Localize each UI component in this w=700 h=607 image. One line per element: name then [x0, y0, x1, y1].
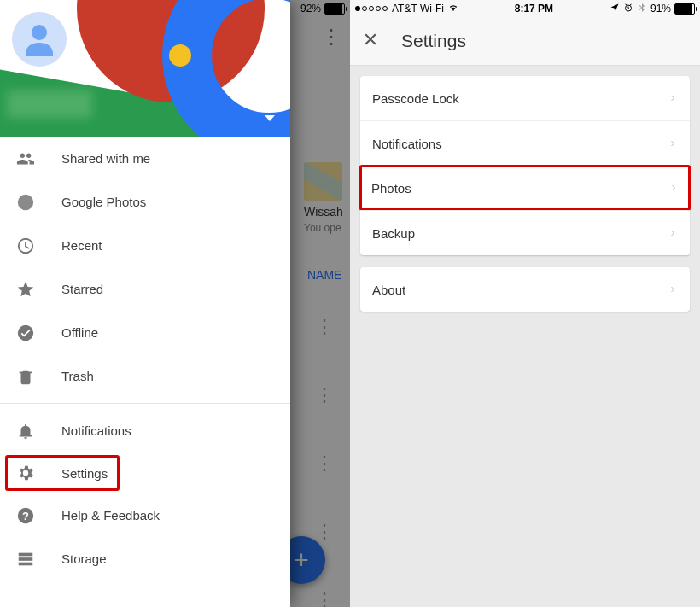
battery-pct: 91% — [650, 3, 671, 15]
drawer-item-offline[interactable]: Offline — [0, 311, 290, 354]
drawer-item-label: Notifications — [61, 423, 131, 438]
drawer-item-label: Google Photos — [61, 195, 146, 209]
drawer-item-label: Help & Feedback — [61, 508, 160, 522]
settings-group-2: About — [360, 267, 690, 312]
svg-rect-6 — [19, 562, 33, 565]
row-label: Photos — [371, 181, 411, 196]
chevron-right-icon — [668, 181, 679, 196]
row-overflow-icon[interactable]: ⋮ — [318, 314, 331, 340]
row-overflow-icon[interactable]: ⋮ — [318, 451, 331, 476]
drawer-header[interactable] — [0, 0, 290, 137]
drawer-item-help[interactable]: ? Help & Feedback — [0, 493, 290, 537]
offline-icon — [15, 323, 36, 343]
drawer-item-label: Storage — [61, 552, 107, 566]
bluetooth-icon — [637, 3, 647, 15]
chevron-right-icon — [668, 226, 678, 241]
row-overflow-icon[interactable]: ⋮ — [318, 382, 331, 408]
storage-icon — [15, 549, 36, 569]
drawer-item-settings[interactable]: Settings — [5, 455, 120, 491]
drawer-item-notifications[interactable]: Notifications — [0, 409, 290, 452]
settings-row-passcode[interactable]: Passcode Lock — [360, 76, 690, 120]
account-caret-icon[interactable] — [265, 115, 275, 121]
drawer-item-label: Starred — [61, 282, 103, 296]
svg-rect-4 — [19, 552, 33, 556]
nav-drawer: Shared with me Google Photos Recent Star… — [0, 0, 290, 607]
clock-label: 8:17 PM — [515, 3, 553, 15]
help-icon: ? — [15, 505, 36, 526]
star-icon — [15, 279, 36, 300]
drawer-item-google-photos[interactable]: Google Photos — [0, 180, 290, 224]
drawer-item-label: Trash — [61, 369, 94, 383]
settings-group-1: Passcode Lock Notifications Photos Backu… — [360, 76, 690, 255]
drawer-item-shared[interactable]: Shared with me — [0, 137, 290, 180]
divider — [0, 403, 290, 404]
wifi-icon — [448, 3, 458, 15]
sort-button[interactable]: NAME — [307, 268, 341, 282]
location-icon — [610, 3, 620, 15]
battery-pct: 92% — [300, 3, 321, 15]
status-bar-right: AT&T Wi-Fi 8:17 PM 91% — [350, 0, 700, 17]
right-phone: AT&T Wi-Fi 8:17 PM 91% Settings — [350, 0, 700, 607]
settings-header: Settings — [350, 17, 700, 66]
row-label: Passcode Lock — [372, 91, 459, 106]
svg-text:?: ? — [22, 509, 29, 522]
row-overflow-icon[interactable]: ⋮ — [318, 519, 331, 545]
drawer-item-recent[interactable]: Recent — [0, 224, 290, 267]
battery-icon — [324, 3, 345, 15]
settings-row-photos[interactable]: Photos — [359, 165, 691, 211]
drawer-item-trash[interactable]: Trash — [0, 354, 290, 398]
drawer-item-label: Settings — [61, 466, 108, 481]
avatar[interactable] — [12, 12, 67, 67]
people-icon — [15, 149, 36, 169]
drawer-item-label: Recent — [61, 238, 102, 253]
alarm-icon — [623, 3, 633, 15]
decor-yellow — [169, 44, 191, 67]
drawer-item-label: Offline — [61, 325, 98, 340]
settings-body: Passcode Lock Notifications Photos Backu… — [350, 66, 700, 334]
file-subtitle: You ope — [304, 222, 350, 234]
chevron-right-icon — [668, 283, 678, 297]
chevron-right-icon — [668, 91, 678, 106]
drawer-item-starred[interactable]: Starred — [0, 267, 290, 311]
account-name-redacted — [7, 90, 92, 118]
svg-point-1 — [18, 324, 33, 340]
settings-row-backup[interactable]: Backup — [360, 210, 690, 255]
row-label: Backup — [372, 226, 415, 241]
svg-rect-5 — [19, 557, 33, 561]
file-meta[interactable]: Wissah You ope — [304, 205, 350, 234]
photos-icon — [15, 192, 36, 213]
drawer-item-label: Shared with me — [61, 151, 150, 166]
gear-icon — [15, 463, 36, 483]
overflow-icon[interactable]: ⋮ — [321, 32, 341, 41]
carrier-label: AT&T Wi-Fi — [392, 3, 444, 15]
signal-icon — [355, 6, 388, 11]
row-overflow-icon[interactable]: ⋮ — [318, 587, 331, 607]
file-thumbnail[interactable] — [304, 162, 342, 201]
page-title: Settings — [401, 31, 466, 51]
file-title: Wissah — [304, 205, 350, 219]
settings-row-about[interactable]: About — [360, 267, 690, 312]
settings-row-notifications[interactable]: Notifications — [360, 120, 690, 166]
bell-icon — [15, 421, 36, 441]
battery-icon — [674, 3, 695, 15]
row-label: About — [372, 283, 405, 297]
chevron-right-icon — [668, 137, 678, 151]
svg-point-0 — [32, 25, 47, 40]
recent-icon — [15, 236, 36, 256]
row-label: Notifications — [372, 137, 442, 151]
close-icon[interactable] — [362, 31, 379, 52]
trash-icon — [15, 366, 36, 387]
left-phone: 92% ⋮ Wissah You ope NAME ⋮ ⋮ ⋮ ⋮ ⋮ + — [0, 0, 350, 607]
drawer-item-storage[interactable]: Storage — [0, 537, 290, 581]
drawer-menu: Shared with me Google Photos Recent Star… — [0, 137, 290, 607]
